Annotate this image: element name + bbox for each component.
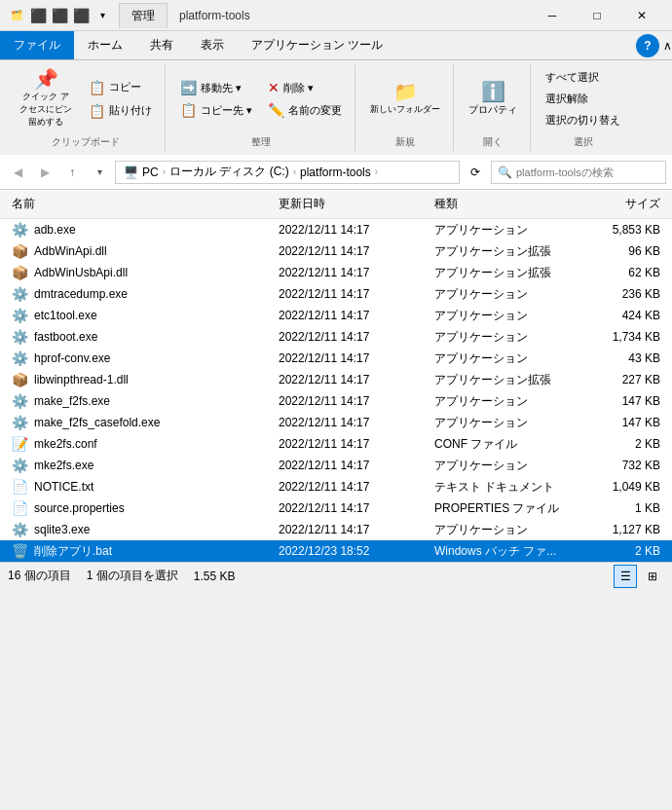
recent-locations-button[interactable]: ▾ — [88, 161, 111, 184]
file-type-cell: Windows バッチ ファ... — [430, 542, 586, 561]
file-row[interactable]: ⚙️ dmtracedump.exe 2022/12/11 14:17 アプリケ… — [0, 283, 672, 305]
file-name-text: make_f2fs_casefold.exe — [34, 416, 160, 429]
breadcrumb-sep2: › — [293, 166, 296, 177]
file-row[interactable]: ⚙️ make_f2fs.exe 2022/12/11 14:17 アプリケーシ… — [0, 390, 672, 412]
move-label: 移動先 ▾ — [201, 81, 242, 95]
file-row[interactable]: ⚙️ make_f2fs_casefold.exe 2022/12/11 14:… — [0, 412, 672, 433]
file-row[interactable]: 📝 mke2fs.conf 2022/12/11 14:17 CONF ファイル… — [0, 433, 672, 455]
file-row[interactable]: 📦 libwinpthread-1.dll 2022/12/11 14:17 ア… — [0, 369, 672, 390]
search-input[interactable] — [516, 166, 659, 178]
file-size-cell: 227 KB — [586, 372, 664, 387]
file-row[interactable]: ⚙️ hprof-conv.exe 2022/12/11 14:17 アプリケー… — [0, 348, 672, 369]
delete-icon: ✕ — [268, 80, 280, 95]
help-button[interactable]: ? — [636, 34, 659, 57]
ribbon-inactive-tab[interactable]: 管理 — [119, 3, 168, 28]
file-name-cell: 🗑️ 削除アプリ.bat — [8, 542, 275, 561]
file-row[interactable]: 🗑️ 削除アプリ.bat 2022/12/23 18:52 Windows バッ… — [0, 540, 672, 562]
details-view-button[interactable]: ☰ — [614, 565, 637, 588]
file-row[interactable]: 📦 AdbWinUsbApi.dll 2022/12/11 14:17 アプリケ… — [0, 262, 672, 283]
organize-col2: ✕ 削除 ▾ ✏️ 名前の変更 — [261, 77, 349, 121]
save-icon: ⬛ — [51, 7, 68, 24]
rename-button[interactable]: ✏️ 名前の変更 — [261, 99, 349, 121]
file-date-cell: 2022/12/11 14:17 — [275, 500, 430, 516]
paste-button[interactable]: 📋 貼り付け — [82, 100, 159, 122]
file-row[interactable]: ⚙️ fastboot.exe 2022/12/11 14:17 アプリケーショ… — [0, 326, 672, 348]
file-date-cell: 2022/12/11 14:17 — [275, 329, 430, 345]
col-size[interactable]: サイズ — [586, 194, 664, 214]
file-name-cell: ⚙️ hprof-conv.exe — [8, 350, 275, 367]
file-name-text: NOTICE.txt — [34, 480, 93, 494]
file-row[interactable]: ⚙️ etc1tool.exe 2022/12/11 14:17 アプリケーショ… — [0, 305, 672, 326]
forward-button[interactable]: ▶ — [33, 161, 56, 184]
paste-label: 貼り付け — [109, 103, 152, 118]
search-icon: 🔍 — [498, 166, 512, 179]
file-row[interactable]: ⚙️ sqlite3.exe 2022/12/11 14:17 アプリケーション… — [0, 519, 672, 540]
breadcrumb-sep1: › — [163, 166, 166, 177]
back-button[interactable]: ◀ — [6, 161, 29, 184]
file-type-icon: 🗑️ — [12, 543, 28, 559]
file-type-cell: PROPERTIES ファイル — [430, 499, 586, 518]
close-button[interactable]: ✕ — [619, 0, 664, 31]
tab-home[interactable]: ホーム — [74, 31, 136, 59]
tab-apptools[interactable]: アプリケーション ツール — [238, 31, 396, 59]
copy-label: コピー — [109, 80, 141, 94]
minimize-button[interactable]: ─ — [530, 0, 575, 31]
file-name-cell: 📄 source.properties — [8, 499, 275, 517]
view-controls: ☰ ⊞ — [614, 565, 664, 588]
file-type-cell: アプリケーション — [430, 414, 586, 432]
ribbon-collapse-button[interactable]: ∧ — [663, 39, 672, 53]
breadcrumb[interactable]: 🖥️ PC › ローカル ディスク (C:) › platform-tools … — [115, 161, 460, 184]
tiles-view-button[interactable]: ⊞ — [641, 565, 664, 588]
tab-share[interactable]: 共有 — [136, 31, 187, 59]
select-all-button[interactable]: すべて選択 — [539, 67, 627, 88]
selected-count: 1 個の項目を選択 — [87, 568, 178, 584]
copy-to-button[interactable]: 📋 コピー先 ▾ — [173, 99, 259, 121]
file-row[interactable]: ⚙️ adb.exe 2022/12/11 14:17 アプリケーション 5,8… — [0, 219, 672, 240]
maximize-button[interactable]: □ — [575, 0, 619, 31]
file-size-cell: 147 KB — [586, 393, 664, 409]
file-name-text: source.properties — [34, 501, 125, 515]
deselect-button[interactable]: 選択解除 — [539, 89, 627, 109]
file-row[interactable]: ⚙️ mke2fs.exe 2022/12/11 14:17 アプリケーション … — [0, 455, 672, 476]
file-name-cell: ⚙️ make_f2fs_casefold.exe — [8, 414, 275, 431]
tab-file[interactable]: ファイル — [0, 31, 74, 59]
file-type-cell: アプリケーション — [430, 328, 586, 347]
ribbon-right: ? ∧ — [632, 31, 672, 59]
search-bar[interactable]: 🔍 — [491, 161, 666, 184]
window-controls: ─ □ ✕ — [530, 0, 664, 31]
col-type[interactable]: 種類 — [430, 194, 586, 214]
file-row[interactable]: 📄 source.properties 2022/12/11 14:17 PRO… — [0, 497, 672, 519]
file-name-cell: ⚙️ mke2fs.exe — [8, 457, 275, 474]
file-name-cell: ⚙️ etc1tool.exe — [8, 307, 275, 324]
tab-view[interactable]: 表示 — [187, 31, 238, 59]
refresh-button[interactable]: ⟳ — [464, 161, 487, 184]
file-type-icon: ⚙️ — [12, 458, 28, 473]
file-name-text: hprof-conv.exe — [34, 351, 111, 365]
quick-access-button[interactable]: 📌 クイック アクセスにピン留めする — [12, 64, 80, 133]
file-type-cell: アプリケーション — [430, 457, 586, 475]
ribbon-group-select: すべて選択 選択解除 選択の切り替え 選択 — [533, 64, 633, 151]
file-row[interactable]: 📄 NOTICE.txt 2022/12/11 14:17 テキスト ドキュメン… — [0, 476, 672, 497]
file-size-cell: 5,853 KB — [586, 222, 664, 238]
properties-button[interactable]: ℹ️ プロパティ — [462, 77, 524, 122]
file-row[interactable]: 📦 AdbWinApi.dll 2022/12/11 14:17 アプリケーショ… — [0, 240, 672, 262]
delete-button[interactable]: ✕ 削除 ▾ — [261, 77, 349, 98]
file-type-icon: 📦 — [12, 372, 28, 387]
move-button[interactable]: ➡️ 移動先 ▾ — [173, 77, 259, 98]
file-name-text: sqlite3.exe — [34, 523, 90, 536]
new-folder-icon: 📁 — [393, 82, 418, 101]
ribbon-group-new: 📁 新しいフォルダー 新規 — [357, 64, 454, 151]
up-button[interactable]: ↑ — [60, 161, 84, 184]
copy-button[interactable]: 📋 コピー — [82, 77, 159, 98]
col-date[interactable]: 更新日時 — [275, 194, 430, 214]
move-icon: ➡️ — [180, 80, 197, 95]
col-name[interactable]: 名前 — [8, 194, 275, 214]
dropdown-icon[interactable]: ▾ — [93, 7, 111, 24]
selected-size: 1.55 KB — [194, 570, 236, 583]
invert-select-button[interactable]: 選択の切り替え — [539, 110, 627, 130]
file-name-cell: 📦 AdbWinApi.dll — [8, 242, 275, 260]
file-size-cell: 236 KB — [586, 286, 664, 302]
new-folder-button[interactable]: 📁 新しいフォルダー — [363, 77, 447, 121]
address-bar: ◀ ▶ ↑ ▾ 🖥️ PC › ローカル ディスク (C:) › platfor… — [0, 155, 672, 190]
file-name-cell: ⚙️ dmtracedump.exe — [8, 285, 275, 303]
